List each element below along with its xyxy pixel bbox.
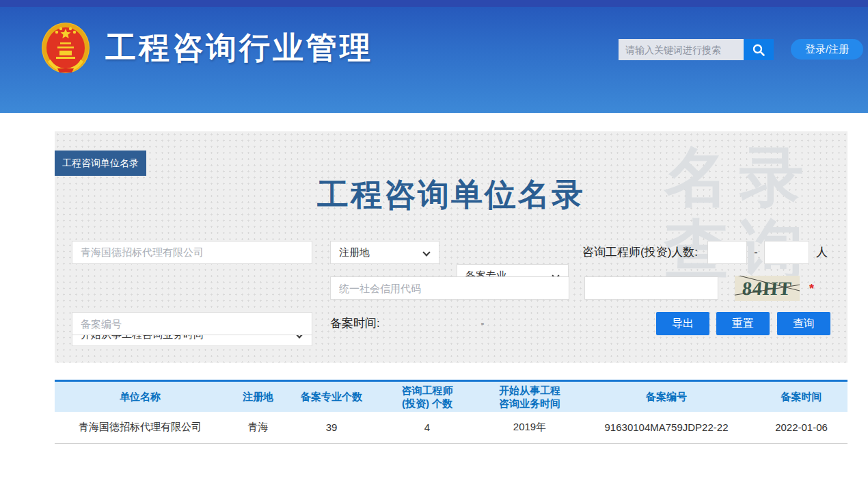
search-icon [752,43,765,57]
captcha-input[interactable] [584,276,718,300]
results-table: 单位名称注册地备案专业个数咨询工程师 (投资) 个数开始从事工程 咨询业务时间备… [55,380,847,444]
tab-directory[interactable]: 工程咨询单位名录 [55,151,146,176]
header-search-button[interactable] [744,39,774,60]
column-header: 开始从事工程 咨询业务时间 [482,381,578,412]
captcha-required-mark: * [809,276,814,300]
column-header: 咨询工程师 (投资) 个数 [372,381,482,412]
directory-panel: 名录 查询 工程咨询单位名录 工程咨询单位名录 注册地 备案专业 咨询工程师(投… [55,131,847,363]
page-title: 工程咨询单位名录 [55,174,847,216]
column-header: 备案专业个数 [290,381,372,412]
header-search [619,39,774,60]
captcha-text: 84HT [742,278,793,300]
date-range-separator: - [478,312,487,335]
site-title: 工程咨询行业管理 [105,27,373,68]
column-header: 备案编号 [578,381,755,412]
record-time-label: 备案时间: [330,312,380,335]
table-cell: 青海国德招标代理有限公司 [55,412,226,444]
table-cell: 4 [372,412,482,444]
column-header: 备案时间 [755,381,847,412]
engineer-count-max-input[interactable] [764,241,809,264]
page: 工程咨询行业管理 登录/注册 名录 查询 工程咨询单位名录 工程咨询单位名录 注… [0,0,868,496]
reset-button[interactable]: 重置 [716,312,770,335]
reg-location-select-label: 注册地 [339,246,370,258]
results-table-body: 青海国德招标代理有限公司青海3942019年91630104MA759JDP22… [55,412,847,444]
export-button[interactable]: 导出 [656,312,709,335]
column-header: 注册地 [226,381,290,412]
table-cell: 2022-01-06 [755,412,847,444]
query-button[interactable]: 查询 [777,312,830,335]
national-emblem-icon [41,22,90,74]
top-strip [0,0,868,7]
site-header: 工程咨询行业管理 登录/注册 [0,0,868,113]
engineer-count-unit: 人 [816,241,828,264]
captcha-image[interactable]: 84HT [735,276,800,301]
table-cell: 39 [290,412,372,444]
table-cell: 青海 [226,412,290,444]
record-no-input[interactable] [72,312,312,335]
table-cell: 91630104MA759JDP22-22 [578,412,755,444]
engineer-count-separator: - [752,241,760,264]
table-row: 青海国德招标代理有限公司青海3942019年91630104MA759JDP22… [55,412,847,444]
table-cell: 2019年 [482,412,578,444]
header-search-input[interactable] [619,39,744,60]
results-table-head: 单位名称注册地备案专业个数咨询工程师 (投资) 个数开始从事工程 咨询业务时间备… [55,381,847,412]
credit-code-input[interactable] [330,276,569,300]
reg-location-select[interactable]: 注册地 [330,241,439,264]
table-header-row: 单位名称注册地备案专业个数咨询工程师 (投资) 个数开始从事工程 咨询业务时间备… [55,381,847,412]
login-register-button[interactable]: 登录/注册 [791,39,863,60]
engineer-count-min-input[interactable] [707,241,747,264]
results-table-section: 单位名称注册地备案专业个数咨询工程师 (投资) 个数开始从事工程 咨询业务时间备… [55,380,847,444]
brand: 工程咨询行业管理 [41,22,373,74]
chevron-down-icon [422,248,430,256]
column-header: 单位名称 [55,381,226,412]
company-name-input[interactable] [72,241,312,264]
engineer-count-label: 咨询工程师(投资)人数: [582,241,698,264]
